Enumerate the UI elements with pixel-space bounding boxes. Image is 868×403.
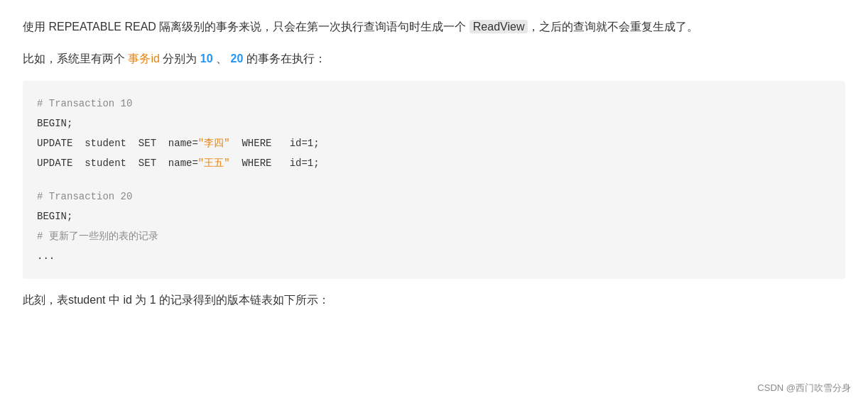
code-keyword-4a: UPDATE student SET name= bbox=[37, 158, 198, 169]
code-empty-1 bbox=[37, 173, 831, 187]
code-string-4: "王五" bbox=[198, 158, 230, 169]
paragraph-1-before: 使用 REPEATABLE READ 隔离级别的事务来说，只会在第一次执行查询语… bbox=[23, 21, 470, 33]
code-line-1: # Transaction 10 bbox=[37, 94, 831, 114]
code-line-4: UPDATE student SET name="王五" WHERE id=1; bbox=[37, 153, 831, 173]
code-keyword-4b: WHERE id=1; bbox=[230, 158, 320, 169]
code-line-8: ... bbox=[37, 246, 831, 266]
content-area: 使用 REPEATABLE READ 隔离级别的事务来说，只会在第一次执行查询语… bbox=[23, 17, 845, 311]
id-2: 20 bbox=[230, 53, 243, 65]
paragraph-1: 使用 REPEATABLE READ 隔离级别的事务来说，只会在第一次执行查询语… bbox=[23, 17, 845, 38]
code-keyword-3a: UPDATE student SET name= bbox=[37, 138, 198, 149]
readview-highlight: ReadView bbox=[470, 20, 528, 33]
paragraph-2-separator: 、 bbox=[213, 53, 231, 65]
id-1: 10 bbox=[200, 53, 213, 65]
paragraph-2: 比如，系统里有两个 事务id 分别为 10 、 20 的事务在执行： bbox=[23, 49, 845, 70]
paragraph-2-before: 比如，系统里有两个 bbox=[23, 53, 128, 65]
code-string-3: "李四" bbox=[198, 138, 230, 149]
paragraph-2-between: 分别为 bbox=[160, 53, 200, 65]
watermark: CSDN @西门吹雪分身 bbox=[757, 382, 851, 394]
code-keyword-3b: WHERE id=1; bbox=[230, 138, 320, 149]
code-line-2: BEGIN; bbox=[37, 114, 831, 133]
paragraph-1-after: ，之后的查询就不会重复生成了。 bbox=[528, 21, 698, 33]
paragraph-3: 此刻，表student 中 id 为 1 的记录得到的版本链表如下所示： bbox=[23, 290, 845, 311]
paragraph-3-text: 此刻，表student 中 id 为 1 的记录得到的版本链表如下所示： bbox=[23, 294, 330, 306]
code-line-5: # Transaction 20 bbox=[37, 187, 831, 206]
code-line-3: UPDATE student SET name="李四" WHERE id=1; bbox=[37, 133, 831, 153]
transaction-id-label: 事务id bbox=[128, 53, 159, 65]
code-block: # Transaction 10 BEGIN; UPDATE student S… bbox=[23, 81, 845, 280]
code-line-6: BEGIN; bbox=[37, 206, 831, 226]
code-line-7: # 更新了一些别的表的记录 bbox=[37, 226, 831, 246]
paragraph-2-after: 的事务在执行： bbox=[243, 53, 325, 65]
